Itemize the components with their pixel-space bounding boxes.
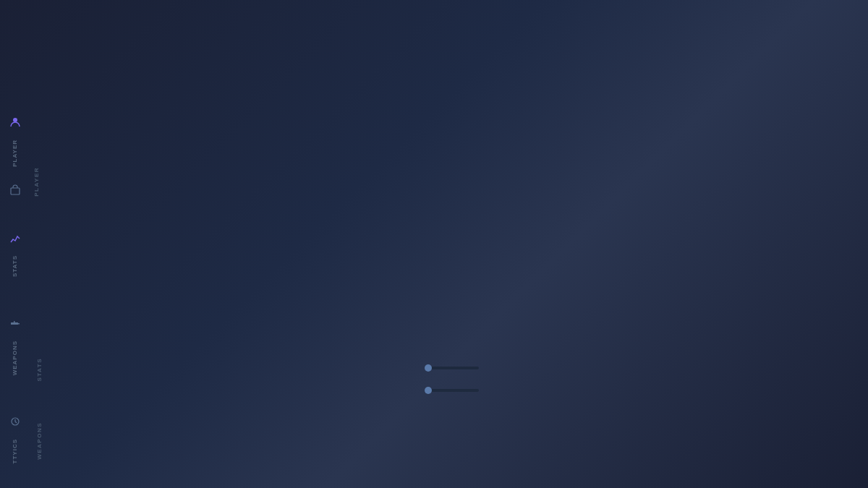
stats-section-label: STATS	[36, 358, 43, 382]
svg-point-0	[13, 118, 17, 122]
sidebar-label-player: PLAYER	[12, 137, 18, 170]
weapons-section-label: WEAPONS	[36, 422, 43, 460]
sidebar-item-misc[interactable]	[4, 410, 27, 433]
sidebar-label-misc: TTYICS	[12, 436, 18, 466]
slider-track-skill[interactable]	[425, 367, 479, 369]
svg-rect-3	[18, 323, 20, 325]
player-section-label: PLAYER	[33, 167, 40, 197]
svg-rect-2	[11, 322, 18, 325]
svg-rect-4	[14, 321, 15, 322]
sidebar-item-inventory[interactable]	[4, 179, 27, 202]
sidebar-item-stats[interactable]	[4, 226, 27, 249]
sidebar-item-weapons[interactable]	[4, 312, 27, 335]
sidebar-label-weapons: WEAPONS	[12, 338, 18, 378]
sidebar-item-player[interactable]	[4, 111, 27, 134]
svg-rect-1	[11, 188, 20, 194]
slider-track-perk[interactable]	[425, 389, 479, 392]
sidebar-label-stats: STATS	[12, 252, 18, 280]
